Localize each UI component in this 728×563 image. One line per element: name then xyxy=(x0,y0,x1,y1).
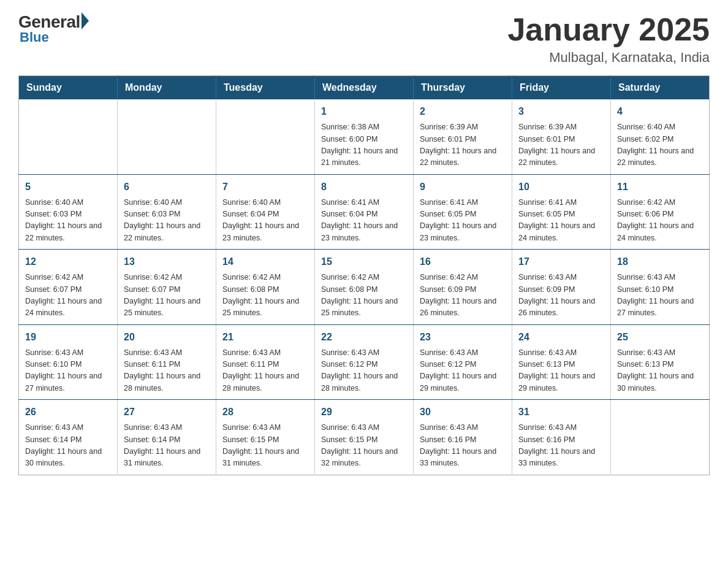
weekday-header-sunday: Sunday xyxy=(19,76,118,100)
day-info: Sunrise: 6:42 AM Sunset: 6:06 PM Dayligh… xyxy=(617,197,703,245)
calendar-cell: 27Sunrise: 6:43 AM Sunset: 6:14 PM Dayli… xyxy=(118,400,216,475)
day-number: 23 xyxy=(420,330,506,345)
month-title: January 2025 xyxy=(507,12,710,47)
calendar-cell: 1Sunrise: 6:38 AM Sunset: 6:00 PM Daylig… xyxy=(315,99,414,174)
weekday-header-monday: Monday xyxy=(118,76,216,100)
day-number: 4 xyxy=(617,104,703,119)
calendar-table: SundayMondayTuesdayWednesdayThursdayFrid… xyxy=(18,75,710,475)
day-info: Sunrise: 6:43 AM Sunset: 6:13 PM Dayligh… xyxy=(617,347,703,395)
day-info: Sunrise: 6:43 AM Sunset: 6:11 PM Dayligh… xyxy=(222,347,308,395)
logo-blue-text: Blue xyxy=(20,29,49,45)
calendar-cell: 4Sunrise: 6:40 AM Sunset: 6:02 PM Daylig… xyxy=(611,99,710,174)
day-info: Sunrise: 6:43 AM Sunset: 6:12 PM Dayligh… xyxy=(321,347,407,395)
day-number: 5 xyxy=(25,180,111,194)
day-number: 20 xyxy=(124,330,210,345)
calendar-cell: 12Sunrise: 6:42 AM Sunset: 6:07 PM Dayli… xyxy=(19,250,118,325)
calendar-cell: 5Sunrise: 6:40 AM Sunset: 6:03 PM Daylig… xyxy=(19,174,118,250)
calendar-cell: 31Sunrise: 6:43 AM Sunset: 6:16 PM Dayli… xyxy=(512,400,611,475)
day-info: Sunrise: 6:42 AM Sunset: 6:08 PM Dayligh… xyxy=(222,272,308,320)
day-number: 10 xyxy=(518,180,604,194)
day-info: Sunrise: 6:43 AM Sunset: 6:15 PM Dayligh… xyxy=(321,422,407,470)
weekday-header-friday: Friday xyxy=(512,76,611,100)
day-number: 17 xyxy=(518,255,604,269)
day-info: Sunrise: 6:42 AM Sunset: 6:09 PM Dayligh… xyxy=(420,272,506,320)
day-number: 30 xyxy=(420,405,506,419)
calendar-cell: 28Sunrise: 6:43 AM Sunset: 6:15 PM Dayli… xyxy=(216,400,315,475)
calendar-cell: 26Sunrise: 6:43 AM Sunset: 6:14 PM Dayli… xyxy=(19,400,118,475)
day-info: Sunrise: 6:43 AM Sunset: 6:16 PM Dayligh… xyxy=(518,422,604,470)
day-number: 7 xyxy=(222,180,308,194)
calendar-cell: 18Sunrise: 6:43 AM Sunset: 6:10 PM Dayli… xyxy=(611,250,710,325)
day-info: Sunrise: 6:39 AM Sunset: 6:01 PM Dayligh… xyxy=(518,121,604,169)
day-number: 24 xyxy=(518,330,604,345)
calendar-cell xyxy=(118,99,216,174)
calendar-cell: 9Sunrise: 6:41 AM Sunset: 6:05 PM Daylig… xyxy=(414,174,512,250)
calendar-cell: 24Sunrise: 6:43 AM Sunset: 6:13 PM Dayli… xyxy=(512,324,611,400)
day-info: Sunrise: 6:40 AM Sunset: 6:02 PM Dayligh… xyxy=(617,121,703,169)
calendar-cell: 17Sunrise: 6:43 AM Sunset: 6:09 PM Dayli… xyxy=(512,250,611,325)
page-header: General Blue January 2025 Mulbagal, Karn… xyxy=(18,12,710,66)
day-number: 8 xyxy=(321,180,407,194)
day-info: Sunrise: 6:39 AM Sunset: 6:01 PM Dayligh… xyxy=(420,121,506,169)
calendar-cell: 25Sunrise: 6:43 AM Sunset: 6:13 PM Dayli… xyxy=(611,324,710,400)
day-info: Sunrise: 6:43 AM Sunset: 6:14 PM Dayligh… xyxy=(25,422,111,470)
calendar-cell xyxy=(216,99,315,174)
weekday-header-row: SundayMondayTuesdayWednesdayThursdayFrid… xyxy=(19,76,710,100)
calendar-cell xyxy=(611,400,710,475)
weekday-header-tuesday: Tuesday xyxy=(216,76,315,100)
calendar-week-row: 5Sunrise: 6:40 AM Sunset: 6:03 PM Daylig… xyxy=(19,174,710,250)
day-number: 15 xyxy=(321,255,407,269)
day-info: Sunrise: 6:43 AM Sunset: 6:11 PM Dayligh… xyxy=(124,347,210,395)
calendar-cell: 10Sunrise: 6:41 AM Sunset: 6:05 PM Dayli… xyxy=(512,174,611,250)
day-info: Sunrise: 6:40 AM Sunset: 6:03 PM Dayligh… xyxy=(124,197,210,245)
day-number: 25 xyxy=(617,330,703,345)
calendar-cell: 29Sunrise: 6:43 AM Sunset: 6:15 PM Dayli… xyxy=(315,400,414,475)
day-info: Sunrise: 6:43 AM Sunset: 6:10 PM Dayligh… xyxy=(617,272,703,320)
calendar-cell: 13Sunrise: 6:42 AM Sunset: 6:07 PM Dayli… xyxy=(118,250,216,325)
calendar-cell: 16Sunrise: 6:42 AM Sunset: 6:09 PM Dayli… xyxy=(414,250,512,325)
day-number: 11 xyxy=(617,180,703,194)
calendar-cell: 3Sunrise: 6:39 AM Sunset: 6:01 PM Daylig… xyxy=(512,99,611,174)
logo: General Blue xyxy=(18,12,89,45)
day-info: Sunrise: 6:43 AM Sunset: 6:12 PM Dayligh… xyxy=(420,347,506,395)
day-number: 14 xyxy=(222,255,308,269)
calendar-cell: 22Sunrise: 6:43 AM Sunset: 6:12 PM Dayli… xyxy=(315,324,414,400)
day-info: Sunrise: 6:43 AM Sunset: 6:16 PM Dayligh… xyxy=(420,422,506,470)
calendar-cell: 30Sunrise: 6:43 AM Sunset: 6:16 PM Dayli… xyxy=(414,400,512,475)
calendar-cell: 2Sunrise: 6:39 AM Sunset: 6:01 PM Daylig… xyxy=(414,99,512,174)
day-info: Sunrise: 6:41 AM Sunset: 6:05 PM Dayligh… xyxy=(420,197,506,245)
weekday-header-thursday: Thursday xyxy=(414,76,512,100)
calendar-body: 1Sunrise: 6:38 AM Sunset: 6:00 PM Daylig… xyxy=(19,99,710,475)
calendar-cell: 19Sunrise: 6:43 AM Sunset: 6:10 PM Dayli… xyxy=(19,324,118,400)
day-info: Sunrise: 6:42 AM Sunset: 6:07 PM Dayligh… xyxy=(124,272,210,320)
day-number: 26 xyxy=(25,405,111,419)
day-number: 3 xyxy=(518,104,604,119)
day-number: 6 xyxy=(124,180,210,194)
day-info: Sunrise: 6:43 AM Sunset: 6:13 PM Dayligh… xyxy=(518,347,604,395)
day-info: Sunrise: 6:38 AM Sunset: 6:00 PM Dayligh… xyxy=(321,121,407,169)
day-number: 21 xyxy=(222,330,308,345)
day-number: 19 xyxy=(25,330,111,345)
calendar-header: SundayMondayTuesdayWednesdayThursdayFrid… xyxy=(19,76,710,100)
logo-arrow-icon xyxy=(82,12,89,29)
calendar-cell: 8Sunrise: 6:41 AM Sunset: 6:04 PM Daylig… xyxy=(315,174,414,250)
day-info: Sunrise: 6:42 AM Sunset: 6:08 PM Dayligh… xyxy=(321,272,407,320)
day-number: 1 xyxy=(321,104,407,119)
day-number: 12 xyxy=(25,255,111,269)
calendar-cell: 7Sunrise: 6:40 AM Sunset: 6:04 PM Daylig… xyxy=(216,174,315,250)
day-number: 9 xyxy=(420,180,506,194)
calendar-week-row: 19Sunrise: 6:43 AM Sunset: 6:10 PM Dayli… xyxy=(19,324,710,400)
day-info: Sunrise: 6:40 AM Sunset: 6:04 PM Dayligh… xyxy=(222,197,308,245)
calendar-cell: 11Sunrise: 6:42 AM Sunset: 6:06 PM Dayli… xyxy=(611,174,710,250)
title-block: January 2025 Mulbagal, Karnataka, India xyxy=(507,12,710,66)
day-number: 2 xyxy=(420,104,506,119)
day-info: Sunrise: 6:40 AM Sunset: 6:03 PM Dayligh… xyxy=(25,197,111,245)
calendar-cell xyxy=(19,99,118,174)
weekday-header-wednesday: Wednesday xyxy=(315,76,414,100)
calendar-cell: 20Sunrise: 6:43 AM Sunset: 6:11 PM Dayli… xyxy=(118,324,216,400)
calendar-cell: 6Sunrise: 6:40 AM Sunset: 6:03 PM Daylig… xyxy=(118,174,216,250)
calendar-cell: 23Sunrise: 6:43 AM Sunset: 6:12 PM Dayli… xyxy=(414,324,512,400)
day-info: Sunrise: 6:43 AM Sunset: 6:15 PM Dayligh… xyxy=(222,422,308,470)
calendar-week-row: 12Sunrise: 6:42 AM Sunset: 6:07 PM Dayli… xyxy=(19,250,710,325)
day-info: Sunrise: 6:43 AM Sunset: 6:09 PM Dayligh… xyxy=(518,272,604,320)
